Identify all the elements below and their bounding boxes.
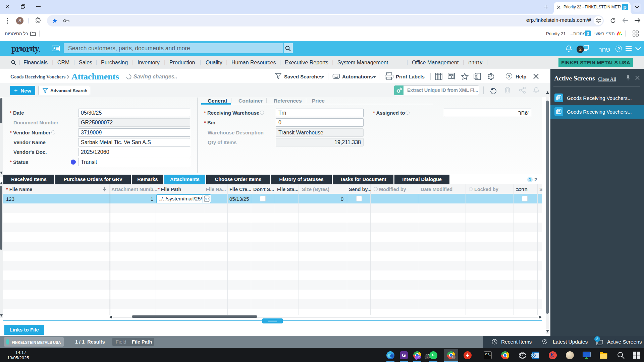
svg-text:XLS: XLS xyxy=(204,198,210,201)
